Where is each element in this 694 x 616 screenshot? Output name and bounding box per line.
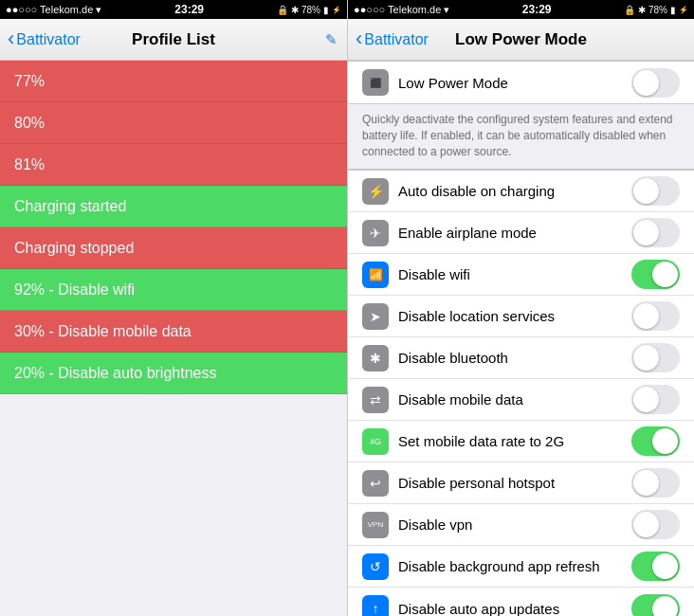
disable-mobile-data-label: Disable mobile data — [398, 391, 622, 408]
list-item[interactable]: 92% - Disable wifi — [0, 269, 347, 311]
settings-row-disable-auto-updates[interactable]: ↑Disable auto app updates — [348, 588, 694, 616]
settings-row-disable-hotspot[interactable]: ↩Disable personal hotspot — [348, 462, 694, 504]
low-power-mode-label: Low Power Mode — [398, 75, 622, 91]
settings-row-disable-wifi[interactable]: 📶Disable wifi — [348, 254, 694, 296]
disable-vpn-toggle[interactable] — [631, 510, 680, 539]
disable-hotspot-toggle[interactable] — [631, 468, 680, 498]
edit-icon: ✎ — [325, 31, 338, 47]
right-back-label: Battivator — [364, 31, 429, 48]
disable-bluetooth-icon: ✱ — [362, 345, 389, 371]
lock-icon: 🔒 — [277, 5, 288, 15]
disable-bg-refresh-toggle[interactable] — [631, 552, 680, 581]
settings-row-disable-mobile-data[interactable]: ⇄Disable mobile data — [348, 379, 694, 421]
disable-auto-updates-label: Disable auto app updates — [398, 601, 622, 616]
airplane-mode-label: Enable airplane mode — [398, 225, 622, 241]
disable-auto-updates-toggle[interactable] — [631, 594, 680, 616]
disable-hotspot-label: Disable personal hotspot — [398, 475, 622, 491]
airplane-mode-icon: ✈ — [362, 220, 389, 246]
low-power-mode-toggle[interactable] — [631, 68, 680, 98]
settings-row-disable-vpn[interactable]: VPNDisable vpn — [348, 504, 694, 546]
left-panel: ●●○○○ Telekom.de ▾ 23:29 🔒 ✱ 78% ▮ ⚡ ‹ B… — [0, 0, 347, 616]
disable-vpn-label: Disable vpn — [398, 516, 622, 533]
settings-section-features: ⚡Auto disable on charging✈Enable airplan… — [348, 170, 694, 616]
right-carrier-text: ●●○○○ Telekom.de — [354, 4, 441, 15]
bluetooth-icon: ✱ — [291, 5, 299, 15]
disable-mobile-data-icon: ⇄ — [362, 387, 389, 413]
left-status-bar: ●●○○○ Telekom.de ▾ 23:29 🔒 ✱ 78% ▮ ⚡ — [0, 0, 347, 19]
right-nav-title: Low Power Mode — [455, 30, 587, 49]
left-battery: 🔒 ✱ 78% ▮ ⚡ — [277, 5, 341, 15]
back-label: Battivator — [16, 31, 81, 48]
list-item[interactable]: Charging stopped — [0, 227, 347, 269]
disable-auto-updates-icon: ↑ — [362, 595, 389, 616]
settings-section-main: ⬛Low Power Mode — [348, 61, 694, 104]
list-item[interactable]: 30% - Disable mobile data — [0, 311, 347, 353]
low-power-mode-icon: ⬛ — [362, 69, 389, 96]
wifi-icon: ▾ — [96, 4, 101, 16]
right-back-button[interactable]: ‹ Battivator — [356, 29, 429, 49]
right-carrier: ●●○○○ Telekom.de ▾ — [354, 4, 449, 16]
list-item[interactable]: Charging started — [0, 186, 347, 227]
disable-wifi-toggle[interactable] — [631, 260, 680, 289]
settings-row-mobile-data-2g[interactable]: 4GSet mobile data rate to 2G — [348, 421, 694, 462]
auto-disable-charging-toggle[interactable] — [631, 176, 680, 206]
list-item[interactable]: 77% — [0, 61, 347, 102]
disable-wifi-label: Disable wifi — [398, 266, 622, 282]
settings-row-disable-bg-refresh[interactable]: ↺Disable background app refresh — [348, 546, 694, 588]
disable-location-label: Disable location services — [398, 308, 622, 324]
disable-wifi-icon: 📶 — [362, 262, 389, 288]
auto-disable-charging-label: Auto disable on charging — [398, 183, 622, 199]
right-battery-percent: 78% — [648, 5, 667, 15]
mobile-data-2g-toggle[interactable] — [631, 426, 680, 456]
right-bluetooth-icon: ✱ — [638, 5, 646, 15]
disable-location-toggle[interactable] — [631, 301, 680, 331]
edit-button[interactable]: ✎ — [325, 31, 338, 48]
left-back-button[interactable]: ‹ Battivator — [8, 29, 81, 49]
low-power-mode-description: Quickly deactivate the configured system… — [348, 104, 694, 170]
left-nav-bar: ‹ Battivator Profile List ✎ — [0, 19, 347, 61]
disable-bluetooth-toggle[interactable] — [631, 343, 680, 372]
settings-row-auto-disable-charging[interactable]: ⚡Auto disable on charging — [348, 171, 694, 212]
carrier-text: ●●○○○ Telekom.de — [6, 4, 93, 15]
right-status-bar: ●●○○○ Telekom.de ▾ 23:29 🔒 ✱ 78% ▮ ⚡ — [348, 0, 694, 19]
right-time: 23:29 — [522, 3, 552, 16]
settings-row-low-power-mode[interactable]: ⬛Low Power Mode — [348, 62, 694, 103]
disable-location-icon: ➤ — [362, 303, 389, 330]
list-item[interactable]: 80% — [0, 102, 347, 144]
profile-list: 77%80%81%Charging startedCharging stoppe… — [0, 61, 347, 616]
settings-row-airplane-mode[interactable]: ✈Enable airplane mode — [348, 212, 694, 254]
list-item[interactable]: 81% — [0, 144, 347, 186]
disable-bg-refresh-icon: ↺ — [362, 553, 389, 580]
right-panel: ●●○○○ Telekom.de ▾ 23:29 🔒 ✱ 78% ▮ ⚡ ‹ B… — [347, 0, 694, 616]
right-lock-icon: 🔒 — [624, 5, 635, 15]
auto-disable-charging-icon: ⚡ — [362, 178, 389, 205]
back-chevron-icon: ‹ — [8, 28, 14, 49]
airplane-mode-toggle[interactable] — [631, 218, 680, 247]
disable-mobile-data-toggle[interactable] — [631, 385, 680, 414]
settings-row-disable-bluetooth[interactable]: ✱Disable bluetooth — [348, 337, 694, 379]
right-battery: 🔒 ✱ 78% ▮ ⚡ — [624, 5, 688, 15]
battery-icon: ▮ — [323, 5, 329, 15]
battery-percent: 78% — [301, 5, 320, 15]
disable-hotspot-icon: ↩ — [362, 470, 389, 497]
mobile-data-2g-label: Set mobile data rate to 2G — [398, 433, 622, 449]
settings-list: ⬛Low Power ModeQuickly deactivate the co… — [348, 61, 694, 616]
list-item[interactable]: 20% - Disable auto brightness — [0, 353, 347, 394]
mobile-data-2g-icon: 4G — [362, 428, 389, 455]
charging-icon: ⚡ — [332, 6, 341, 14]
left-time: 23:29 — [174, 3, 204, 16]
right-charging-icon: ⚡ — [679, 6, 688, 14]
disable-vpn-icon: VPN — [362, 512, 389, 538]
left-carrier: ●●○○○ Telekom.de ▾ — [6, 4, 101, 16]
right-battery-icon: ▮ — [670, 5, 676, 15]
settings-row-disable-location[interactable]: ➤Disable location services — [348, 296, 694, 337]
right-back-chevron-icon: ‹ — [356, 28, 362, 49]
left-nav-title: Profile List — [132, 30, 215, 49]
right-wifi-icon: ▾ — [444, 4, 449, 16]
right-nav-bar: ‹ Battivator Low Power Mode — [348, 19, 694, 61]
disable-bluetooth-label: Disable bluetooth — [398, 350, 622, 366]
disable-bg-refresh-label: Disable background app refresh — [398, 558, 622, 574]
